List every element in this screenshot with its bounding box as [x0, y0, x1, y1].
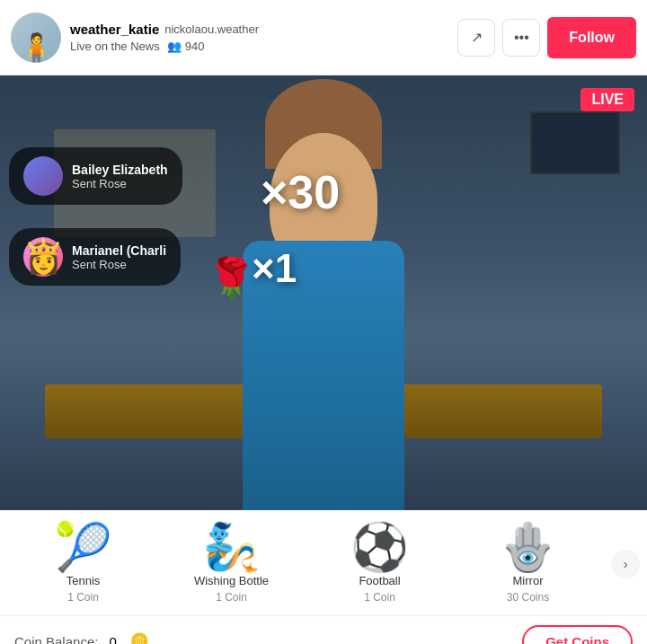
- share-icon: ↗: [471, 29, 483, 46]
- mirror-cost: 30 Coins: [507, 591, 549, 604]
- header: 🧍 weather_katie nickolaou.weather Live o…: [0, 0, 647, 75]
- header-info: weather_katie nickolaou.weather Live on …: [70, 22, 457, 53]
- rose-emoji: 🌹: [207, 255, 256, 302]
- wishing-bottle-icon: 🧞: [202, 524, 261, 570]
- notif-avatar-1: [23, 156, 63, 196]
- football-cost: 1 Coin: [364, 591, 395, 604]
- notif-avatar-2: 👸: [23, 237, 63, 277]
- notif-action-1: Sent Rose: [72, 177, 168, 190]
- gifts-panel: 🎾 Tennis 1 Coin 🧞 Wishing Bottle 1 Coin …: [0, 510, 647, 616]
- tennis-cost: 1 Coin: [67, 591, 99, 604]
- coin-bar: Coin Balance: 0 🪙 Get Coins: [0, 616, 647, 644]
- gift-tennis[interactable]: 🎾 Tennis 1 Coin: [30, 520, 137, 607]
- display-name: nickolaou.weather: [164, 22, 259, 36]
- coin-balance-label: Coin Balance:: [14, 634, 98, 645]
- gift-wishing-bottle[interactable]: 🧞 Wishing Bottle 1 Coin: [178, 520, 286, 607]
- coin-icon: 🪙: [129, 631, 149, 644]
- follow-button[interactable]: Follow: [547, 17, 636, 58]
- header-actions: ↗ ••• Follow: [457, 17, 636, 58]
- username: weather_katie: [70, 22, 159, 37]
- arrow-right-icon: ›: [624, 557, 628, 571]
- viewers-icon: 👥: [167, 40, 182, 53]
- gifts-arrow-button[interactable]: ›: [611, 550, 640, 578]
- gifts-scroll: 🎾 Tennis 1 Coin 🧞 Wishing Bottle 1 Coin …: [0, 520, 611, 607]
- notification-1: Bailey Elizabeth Sent Rose: [9, 147, 182, 205]
- share-button[interactable]: ↗: [457, 19, 495, 57]
- notif-name-1: Bailey Elizabeth: [72, 163, 168, 177]
- video-container: Bailey Elizabeth Sent Rose 👸 Marianel (C…: [0, 75, 647, 510]
- gift-mirror[interactable]: 🪬 Mirror 30 Coins: [474, 520, 582, 607]
- notif-action-2: Sent Rose: [72, 258, 166, 271]
- football-icon: ⚽: [350, 524, 409, 570]
- football-name: Football: [359, 574, 400, 587]
- gift-football[interactable]: ⚽ Football 1 Coin: [326, 520, 434, 607]
- notification-2: 👸 Marianel (Charli Sent Rose: [9, 228, 181, 286]
- studio-screen: [530, 111, 620, 174]
- wishing-bottle-cost: 1 Coin: [216, 591, 247, 604]
- live-status-text: Live on the News: [70, 40, 160, 53]
- get-coins-button[interactable]: Get Coins: [522, 625, 633, 645]
- coin-amount: 0: [109, 634, 116, 645]
- avatar[interactable]: 🧍: [11, 13, 61, 63]
- multiplier-1: ×1: [252, 246, 297, 291]
- multiplier-30: ×30: [261, 165, 340, 219]
- viewers-count: 👥 940: [167, 40, 205, 53]
- more-icon: •••: [514, 30, 529, 46]
- mirror-name: Mirror: [513, 574, 544, 587]
- tennis-icon: 🎾: [54, 524, 112, 570]
- wishing-bottle-name: Wishing Bottle: [194, 574, 269, 587]
- mirror-icon: 🪬: [499, 524, 557, 570]
- live-badge: LIVE: [581, 88, 634, 111]
- tennis-name: Tennis: [66, 574, 101, 587]
- more-button[interactable]: •••: [502, 19, 540, 57]
- notif-name-2: Marianel (Charli: [72, 243, 166, 258]
